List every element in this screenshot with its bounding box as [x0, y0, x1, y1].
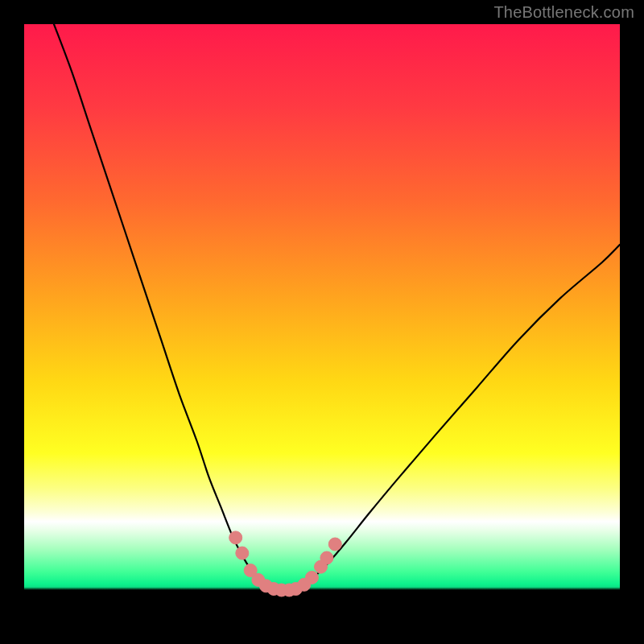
- plot-area: [24, 24, 620, 620]
- bottleneck-chart: [24, 24, 620, 620]
- marker-dot: [320, 551, 333, 564]
- marker-dot: [229, 531, 242, 544]
- chart-frame: [24, 24, 620, 620]
- marker-dot: [328, 538, 341, 551]
- marker-dot: [236, 547, 249, 559]
- marker-dot: [305, 571, 318, 584]
- watermark-text: TheBottleneck.com: [493, 3, 634, 22]
- gradient-background: [24, 24, 620, 620]
